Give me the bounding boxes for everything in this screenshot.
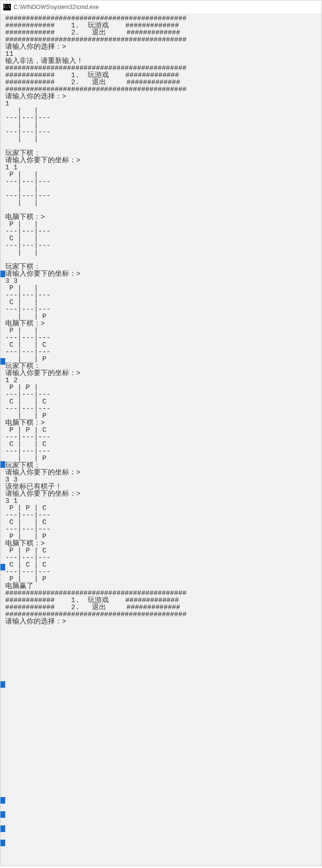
gutter-mark (0, 797, 5, 804)
msg-invalid: 输入非法，请重新输入！ (5, 58, 322, 65)
msg-player-turn: 玩家下棋： (5, 150, 322, 157)
blank-line (5, 207, 322, 214)
menu-border: ########################################… (5, 65, 322, 72)
board: P | | ---|---|--- C | | ---|---|--- | | (5, 221, 322, 256)
user-input: 11 (5, 51, 322, 58)
blank-line (5, 143, 322, 150)
gutter-mark (0, 271, 5, 277)
board: P | | ---|---|--- C | | C ---|---|--- | … (5, 327, 322, 363)
cmd-window: C:\ C:\WINDOWS\system32\cmd.exe ########… (0, 0, 322, 866)
menu-border: ########################################… (5, 611, 322, 618)
left-gutter (0, 14, 5, 866)
cmd-icon: C:\ (3, 4, 11, 10)
menu-opt1: ############ 1. 玩游戏 ############# (5, 72, 322, 79)
prompt-choose: 请输入你的选择：> (5, 44, 322, 51)
msg-player-turn: 玩家下棋： (5, 462, 322, 469)
gutter-mark (0, 681, 5, 688)
gutter-mark (0, 811, 5, 818)
msg-occupied: 该坐标已有棋子！ (5, 483, 322, 491)
msg-player-turn: 玩家下棋： (5, 263, 322, 271)
board: P | | ---|---|--- | | ---|---|--- | | (5, 171, 322, 207)
msg-computer-turn: 电脑下棋：> (5, 540, 322, 547)
gutter-mark (0, 825, 5, 832)
prompt-coord: 请输入你要下的坐标：> (5, 469, 322, 476)
menu-opt2: ############ 2. 退出 ############# (5, 604, 322, 611)
menu-border: ########################################… (5, 590, 322, 597)
user-input: 3 3 (5, 278, 322, 285)
user-input: 1 1 (5, 164, 322, 171)
msg-computer-win: 电脑赢了 (5, 583, 322, 590)
menu-opt1: ############ 1. 玩游戏 ############# (5, 22, 322, 29)
prompt-coord: 请输入你要下的坐标：> (5, 271, 322, 278)
gutter-mark (0, 358, 5, 365)
prompt-coord: 请输入你要下的坐标：> (5, 157, 322, 164)
prompt-choose: 请输入你的选择：> (5, 618, 322, 625)
cmd-icon-text: C:\ (4, 5, 10, 9)
menu-opt2: ############ 2. 退出 ############# (5, 79, 322, 86)
board: P | P | C ---|---|--- C | C | C ---|---|… (5, 547, 322, 583)
menu-border: ########################################… (5, 86, 322, 93)
window-title: C:\WINDOWS\system32\cmd.exe (14, 4, 98, 10)
gutter-mark (0, 461, 5, 468)
blank-line (5, 256, 322, 263)
console-area[interactable]: ########################################… (5, 14, 322, 866)
board: P | P | C ---|---|--- C | | C ---|---|--… (5, 505, 322, 540)
menu-border: ########################################… (5, 15, 322, 22)
board: P | P | ---|---|--- C | | C ---|---|--- … (5, 384, 322, 420)
window-body: ########################################… (0, 14, 322, 866)
prompt-choose: 请输入你的选择：> (5, 93, 322, 100)
menu-opt2: ############ 2. 退出 ############# (5, 29, 322, 36)
user-input: 3 3 (5, 476, 322, 483)
gutter-mark (0, 564, 5, 570)
menu-opt1: ############ 1. 玩游戏 ############# (5, 597, 322, 604)
msg-computer-turn: 电脑下棋：> (5, 214, 322, 221)
user-input: 1 (5, 100, 322, 107)
menu-border: ########################################… (5, 36, 322, 44)
prompt-coord: 请输入你要下的坐标：> (5, 491, 322, 498)
board: P | | ---|---|--- C | | ---|---|--- | | … (5, 285, 322, 320)
titlebar: C:\ C:\WINDOWS\system32\cmd.exe (0, 0, 322, 14)
msg-player-turn: 玩家下棋： (5, 363, 322, 370)
gutter-mark (0, 840, 5, 846)
msg-computer-turn: 电脑下棋：> (5, 420, 322, 427)
user-input: 3 1 (5, 498, 322, 505)
msg-computer-turn: 电脑下棋：> (5, 320, 322, 327)
prompt-coord: 请输入你要下的坐标：> (5, 370, 322, 377)
board: | | ---|---|--- | | ---|---|--- | | (5, 107, 322, 143)
board: P | P | C ---|---|--- C | | C ---|---|--… (5, 427, 322, 462)
user-input: 1 2 (5, 377, 322, 384)
